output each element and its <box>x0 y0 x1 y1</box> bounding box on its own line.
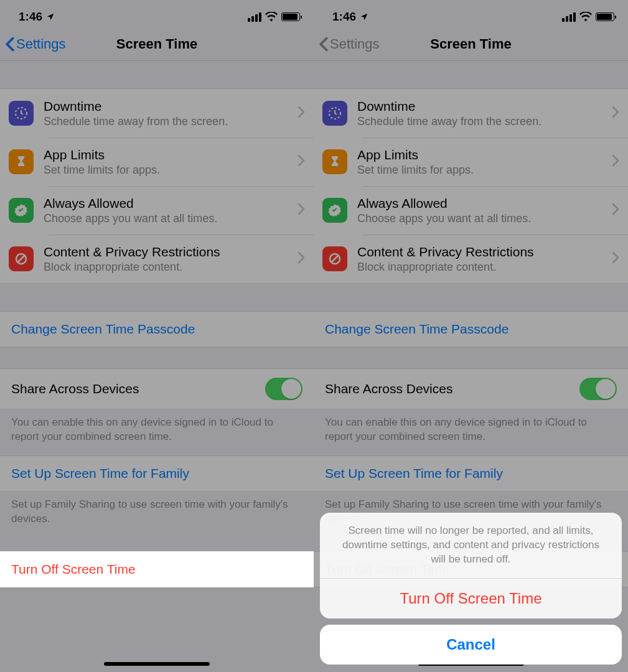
sheet-cancel-button[interactable]: Cancel <box>320 625 622 665</box>
chevron-right-icon <box>298 251 305 266</box>
cellular-icon <box>562 12 576 22</box>
row-subtitle: Set time limits for apps. <box>44 164 298 177</box>
back-label: Settings <box>330 36 380 52</box>
wifi-icon <box>579 12 592 22</box>
row-app-limits[interactable]: App Limits Set time limits for apps. <box>0 138 314 186</box>
share-across-devices-row[interactable]: Share Across Devices <box>0 368 314 409</box>
setup-family-button[interactable]: Set Up Screen Time for Family <box>0 455 314 492</box>
hourglass-icon <box>9 149 34 174</box>
downtime-icon <box>322 101 347 126</box>
options-group: Downtime Schedule time away from the scr… <box>314 88 628 284</box>
share-toggle[interactable] <box>265 378 302 400</box>
downtime-icon <box>9 101 34 126</box>
checkmark-badge-icon <box>322 198 347 223</box>
share-footer: You can enable this on any device signed… <box>314 409 628 455</box>
row-content-privacy[interactable]: Content & Privacy Restrictions Block ina… <box>314 235 628 283</box>
status-time: 1:46 <box>19 10 42 24</box>
nav-bar: Settings Screen Time <box>0 27 314 61</box>
wifi-icon <box>265 12 278 22</box>
row-always-allowed[interactable]: Always Allowed Choose apps you want at a… <box>314 186 628 235</box>
no-sign-icon <box>322 246 347 271</box>
row-subtitle: Block inappropriate content. <box>44 261 298 274</box>
turn-off-highlight[interactable]: Turn Off Screen Time <box>0 551 314 587</box>
row-downtime[interactable]: Downtime Schedule time away from the scr… <box>314 89 628 138</box>
no-sign-icon <box>9 246 34 271</box>
back-button[interactable]: Settings <box>314 36 380 52</box>
chevron-right-icon <box>612 203 619 218</box>
chevron-right-icon <box>298 203 305 218</box>
row-subtitle: Choose apps you want at all times. <box>44 212 298 225</box>
chevron-right-icon <box>298 106 305 121</box>
share-across-devices-row[interactable]: Share Across Devices <box>314 368 628 409</box>
row-title: Content & Privacy Restrictions <box>44 245 298 259</box>
share-footer: You can enable this on any device signed… <box>0 409 314 455</box>
chevron-right-icon <box>612 106 619 121</box>
location-icon <box>46 12 55 21</box>
chevron-right-icon <box>612 251 619 266</box>
phone-left: 1:46 Settings Screen Time <box>0 0 314 672</box>
sheet-message: Screen time will no longer be reported, … <box>320 513 622 578</box>
setup-family-button[interactable]: Set Up Screen Time for Family <box>314 455 628 492</box>
family-footer: Set up Family Sharing to use screen time… <box>0 492 314 538</box>
svg-line-2 <box>17 255 25 263</box>
share-toggle[interactable] <box>579 378 617 400</box>
hourglass-icon <box>322 149 347 174</box>
options-group: Downtime Schedule time away from the scr… <box>0 88 314 284</box>
row-subtitle: Schedule time away from the screen. <box>44 115 298 128</box>
back-button[interactable]: Settings <box>0 36 66 52</box>
action-sheet: Screen time will no longer be reported, … <box>320 513 622 665</box>
svg-line-5 <box>331 255 339 263</box>
battery-icon <box>281 12 300 21</box>
change-passcode-button[interactable]: Change Screen Time Passcode <box>0 311 314 347</box>
row-app-limits[interactable]: App Limits Set time limits for apps. <box>314 138 628 186</box>
toggle-label: Share Across Devices <box>11 381 139 396</box>
status-bar: 1:46 <box>314 0 628 27</box>
phone-right: 1:46 Settings Screen Time <box>314 0 628 672</box>
location-icon <box>360 12 368 21</box>
status-bar: 1:46 <box>0 0 314 27</box>
row-title: Downtime <box>44 99 298 114</box>
checkmark-badge-icon <box>9 198 34 223</box>
cellular-icon <box>248 12 261 22</box>
row-always-allowed[interactable]: Always Allowed Choose apps you want at a… <box>0 186 314 235</box>
row-downtime[interactable]: Downtime Schedule time away from the scr… <box>0 89 314 138</box>
sheet-confirm-button[interactable]: Turn Off Screen Time <box>320 578 622 618</box>
back-label: Settings <box>16 36 66 52</box>
row-title: Always Allowed <box>44 196 298 211</box>
chevron-right-icon <box>612 154 619 169</box>
nav-bar: Settings Screen Time <box>314 27 628 61</box>
status-time: 1:46 <box>332 10 356 24</box>
home-indicator[interactable] <box>104 662 210 666</box>
battery-icon <box>596 12 614 21</box>
change-passcode-button[interactable]: Change Screen Time Passcode <box>314 311 628 347</box>
row-title: App Limits <box>44 147 298 162</box>
chevron-right-icon <box>298 154 305 169</box>
row-content-privacy[interactable]: Content & Privacy Restrictions Block ina… <box>0 235 314 283</box>
